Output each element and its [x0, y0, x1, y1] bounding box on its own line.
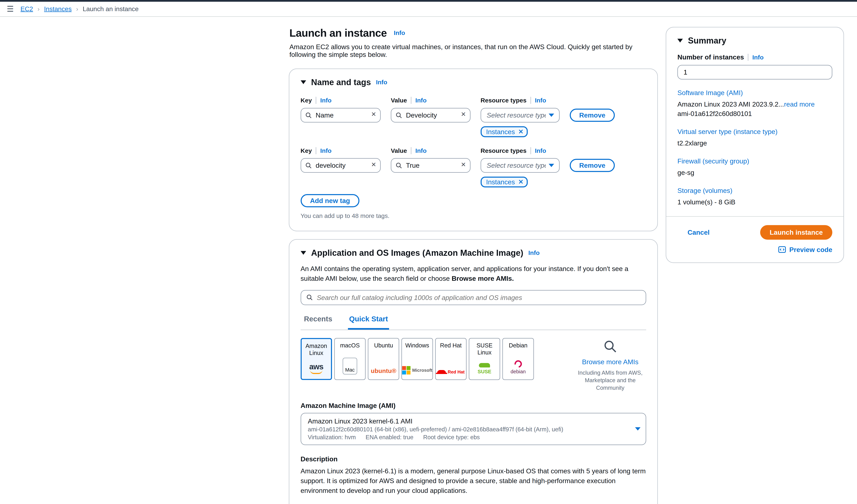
- server-type-group: Virtual server type (instance type) t2.2…: [677, 128, 832, 148]
- os-card-amazon-linux[interactable]: Amazon Linux aws: [301, 338, 332, 380]
- ami-select-ids: ami-01a612f2c60d80101 (64-bit (x86), uef…: [308, 426, 629, 433]
- tag-value-field[interactable]: [391, 158, 470, 173]
- tag-key-input[interactable]: ✕: [301, 108, 381, 122]
- search-icon: [305, 162, 312, 169]
- chip-dismiss-icon[interactable]: ✕: [518, 128, 523, 135]
- chip-label: Instances: [486, 178, 515, 186]
- page-title: Launch an instance: [289, 27, 387, 39]
- summary-column: Summary Number of instancesInfo Software…: [666, 27, 844, 271]
- os-card-macos[interactable]: macOS Mac: [334, 338, 366, 380]
- software-image-group: Software Image (AMI) Amazon Linux 2023 A…: [677, 89, 832, 118]
- browse-more-amis-caption: Including AMIs from AWS, Marketplace and…: [574, 369, 646, 392]
- value-info-link[interactable]: Info: [411, 147, 426, 154]
- chip-label: Instances: [486, 128, 515, 136]
- clear-icon[interactable]: ✕: [461, 111, 466, 118]
- clear-icon[interactable]: ✕: [461, 161, 466, 168]
- value-column-label: Value: [391, 147, 407, 154]
- ec2-launch-instance-page: ☰ EC2 › Instances › Launch an instance L…: [0, 0, 857, 504]
- browse-search-icon: [603, 339, 618, 354]
- ami-select[interactable]: Amazon Linux 2023 kernel-6.1 AMI ami-01a…: [301, 413, 646, 445]
- top-navigation-bar: ☰ EC2 › Instances › Launch an instance: [0, 2, 857, 17]
- mac-logo: Mac: [342, 358, 357, 375]
- tag-value-field[interactable]: [391, 108, 470, 122]
- breadcrumb-link-instances[interactable]: Instances: [44, 5, 72, 13]
- key-info-link[interactable]: Info: [316, 147, 332, 154]
- breadcrumb-current: Launch an instance: [83, 5, 138, 13]
- resource-types-info-link[interactable]: Info: [531, 97, 546, 104]
- ami-select-title: Amazon Linux 2023 kernel-6.1 AMI: [308, 417, 629, 425]
- firewall-link[interactable]: Firewall (security group): [677, 157, 749, 165]
- resource-types-select[interactable]: Select resource types: [481, 158, 560, 173]
- storage-link[interactable]: Storage (volumes): [677, 187, 733, 194]
- firewall-group: Firewall (security group) ge-sg: [677, 157, 832, 177]
- browse-more-amis-emphasis: Browse more AMIs.: [452, 275, 514, 282]
- launch-instance-button[interactable]: Launch instance: [760, 225, 832, 240]
- ami-search-input[interactable]: [301, 290, 646, 305]
- preview-code-link[interactable]: Preview code: [789, 246, 832, 254]
- os-card-label: Windows: [405, 342, 429, 349]
- info-link[interactable]: Info: [748, 54, 763, 61]
- read-more-link[interactable]: read more: [784, 100, 815, 108]
- os-card-windows[interactable]: Windows Microsoft: [401, 338, 433, 380]
- name-and-tags-header[interactable]: Name and tags Info: [301, 77, 646, 87]
- tag-limit-hint: You can add up to 48 more tags.: [301, 212, 646, 220]
- name-and-tags-section: Name and tags Info KeyInfo ValueInfo Res…: [289, 69, 658, 231]
- breadcrumb-link-ec2[interactable]: EC2: [20, 5, 33, 13]
- resource-types-select[interactable]: Select resource types: [481, 108, 560, 122]
- software-image-link[interactable]: Software Image (AMI): [677, 89, 743, 97]
- remove-tag-button[interactable]: Remove: [570, 109, 615, 122]
- software-image-id: ami-01a612f2c60d80101: [677, 110, 752, 117]
- top-accent-bar: [0, 0, 857, 2]
- tag-key-input[interactable]: ✕: [301, 158, 381, 173]
- remove-tag-button[interactable]: Remove: [570, 159, 615, 172]
- add-new-tag-button[interactable]: Add new tag: [301, 194, 359, 207]
- tag-value-input[interactable]: ✕: [391, 158, 470, 173]
- code-icon: [778, 246, 786, 253]
- microsoft-logo: Microsoft: [402, 366, 433, 375]
- value-info-link[interactable]: Info: [411, 97, 426, 104]
- browse-more-amis-link[interactable]: Browse more AMIs: [582, 358, 638, 366]
- search-icon: [396, 112, 402, 119]
- virtual-server-type-value: t2.2xlarge: [677, 138, 832, 148]
- clear-icon[interactable]: ✕: [371, 111, 376, 118]
- tag-key-field[interactable]: [301, 108, 381, 122]
- virtual-server-type-link[interactable]: Virtual server type (instance type): [677, 128, 777, 135]
- select-placeholder: Select resource types: [487, 111, 546, 119]
- aws-smile-icon: [310, 370, 322, 374]
- os-card-label: macOS: [340, 342, 360, 349]
- os-card-label: SUSE Linux: [469, 342, 500, 356]
- hamburger-menu-icon[interactable]: ☰: [7, 5, 14, 13]
- search-icon: [306, 294, 313, 301]
- tab-recents[interactable]: Recents: [303, 310, 333, 330]
- section-info-link[interactable]: Info: [376, 79, 387, 86]
- ami-section-header[interactable]: Application and OS Images (Amazon Machin…: [301, 248, 646, 258]
- debian-swirl-icon: [513, 359, 523, 369]
- cancel-button[interactable]: Cancel: [688, 228, 710, 236]
- os-card-ubuntu[interactable]: Ubuntu ubuntu®: [368, 338, 399, 380]
- debian-logo: debian: [510, 360, 526, 375]
- red-hat-logo: Red Hat: [437, 369, 465, 375]
- os-card-red-hat[interactable]: Red Hat Red Hat: [435, 338, 467, 380]
- chip-dismiss-icon[interactable]: ✕: [518, 178, 523, 186]
- os-card-label: Red Hat: [440, 342, 461, 349]
- ami-select-attrs: Virtualization: hvm ENA enabled: true Ro…: [308, 434, 629, 440]
- caret-down-icon: [549, 114, 554, 117]
- key-info-link[interactable]: Info: [316, 97, 332, 104]
- os-card-suse-linux[interactable]: SUSE Linux SUSE: [469, 338, 500, 380]
- number-of-instances-input[interactable]: [677, 65, 832, 80]
- summary-header[interactable]: Summary: [677, 36, 832, 46]
- os-card-debian[interactable]: Debian debian: [502, 338, 534, 380]
- value-column-label: Value: [391, 97, 407, 104]
- tag-value-input[interactable]: ✕: [391, 108, 470, 122]
- ami-description-text: Amazon Linux 2023 (kernel-6.1) is a mode…: [301, 466, 646, 496]
- storage-group: Storage (volumes) 1 volume(s) - 8 GiB: [677, 187, 832, 207]
- section-info-link[interactable]: Info: [528, 249, 540, 257]
- page-info-link[interactable]: Info: [394, 29, 405, 36]
- tag-key-field[interactable]: [301, 158, 381, 173]
- resource-types-info-link[interactable]: Info: [531, 147, 546, 154]
- windows-squares-icon: [402, 366, 410, 375]
- section-title: Name and tags: [311, 77, 371, 87]
- tab-quick-start[interactable]: Quick Start: [348, 310, 389, 330]
- ami-catalog-search[interactable]: [301, 290, 646, 305]
- clear-icon[interactable]: ✕: [371, 161, 376, 168]
